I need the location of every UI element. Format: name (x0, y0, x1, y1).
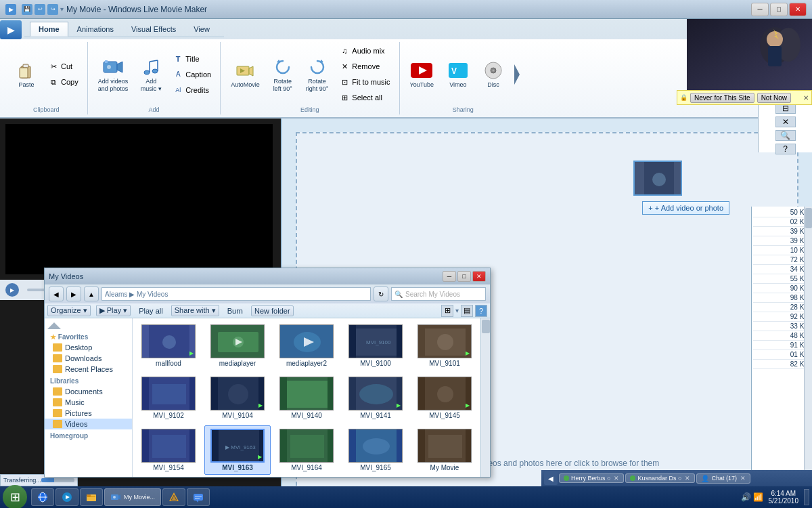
play-all-button[interactable]: Play all (136, 306, 165, 316)
search-panel-button[interactable]: 🔍 (775, 130, 796, 141)
close-panel-button[interactable]: ✕ (775, 117, 796, 127)
file-mvi9163[interactable]: ▶ MVI_9163 ▶ MVI_9163 (204, 425, 271, 475)
fb-close-button[interactable]: ✕ (472, 271, 486, 282)
copy-button[interactable]: ⧉ Copy (45, 75, 82, 89)
music-item[interactable]: Music (45, 397, 132, 408)
fb-scrollbar-thumb[interactable] (482, 320, 490, 333)
help-panel-button[interactable]: ? (775, 144, 796, 154)
taskbar-messenger[interactable] (187, 488, 210, 506)
chat-item-group[interactable]: 👤 Chat (17) ✕ (696, 473, 750, 484)
file-mvi9140[interactable]: MVI_9140 (273, 373, 340, 423)
chat-close-icon[interactable]: ✕ (740, 475, 746, 482)
add-videos-button[interactable]: Add videosand photos (93, 53, 133, 96)
share-with-button[interactable]: Share with ▾ (171, 305, 219, 316)
caption-button[interactable]: A Caption (169, 67, 215, 82)
tab-view[interactable]: View (185, 22, 219, 37)
tab-visual-effects[interactable]: Visual Effects (122, 22, 185, 37)
cut-button[interactable]: ✂ Cut (45, 59, 82, 74)
new-folder-button[interactable]: New folder (251, 305, 294, 316)
start-button[interactable]: ⊞ (3, 485, 27, 508)
network-icon[interactable]: 📶 (753, 492, 763, 502)
organize-button[interactable]: Organize ▾ (47, 305, 91, 316)
file-mvi9154[interactable]: MVI_9154 (135, 425, 202, 475)
file-mvi9101[interactable]: ▶ MVI_9101 (411, 321, 478, 371)
chat-expand-icon[interactable]: ◀ (544, 471, 558, 485)
paste-button[interactable]: Paste (11, 56, 42, 92)
taskbar-vlc[interactable] (162, 488, 185, 506)
downloads-item[interactable]: Downloads (45, 353, 132, 364)
desktop-item[interactable]: Desktop (45, 342, 132, 353)
fb-search-box[interactable]: 🔍 Search My Videos (391, 287, 486, 301)
disc-button[interactable]: Disc (478, 56, 509, 92)
fb-sidebar-scroll-up[interactable] (45, 321, 132, 331)
audio-mix-button[interactable]: ♫ Audio mix (336, 43, 393, 58)
vimeo-button[interactable]: V Vimeo (443, 56, 474, 92)
file-mediaplayer[interactable]: mediaplayer (204, 321, 271, 371)
recent-places-item[interactable]: Recent Places (45, 364, 132, 375)
redo-quick-icon[interactable]: ↪ (47, 4, 58, 15)
tab-animations[interactable]: Animations (68, 22, 122, 37)
help-fb-button[interactable]: ? (475, 305, 487, 317)
undo-quick-icon[interactable]: ↩ (35, 4, 45, 15)
right-panel-scrollbar[interactable] (804, 207, 812, 508)
file-mallfood[interactable]: ▶ mallfood (135, 321, 202, 371)
not-now-button[interactable]: Not Now (757, 93, 791, 103)
play-button-fb[interactable]: ▶ Play ▾ (96, 305, 131, 316)
file-mvi9100[interactable]: MVI_9100 MVI_9100 (342, 321, 409, 371)
save-quick-icon[interactable]: 💾 (22, 4, 32, 15)
fb-back-button[interactable]: ◀ (49, 287, 64, 301)
minimize-button[interactable]: ─ (751, 3, 769, 16)
fb-forward-button[interactable]: ▶ (66, 287, 81, 301)
fit-to-music-button[interactable]: ⊡ Fit to music (336, 75, 393, 89)
file-mvi9104[interactable]: ▶ MVI_9104 (204, 373, 271, 423)
chat-item-kusnandar[interactable]: Kusnandar Ds ○ ✕ (625, 473, 695, 483)
chat-item-herry[interactable]: Herry Bertus ○ ✕ (559, 473, 624, 483)
quick-access-arrow[interactable]: ▾ (60, 4, 64, 15)
select-all-button[interactable]: ⊞ Select all (336, 90, 393, 105)
fb-address-bar[interactable]: Aleams ▶ My Videos (102, 287, 371, 301)
file-mvi9145[interactable]: ▶ MVI_9145 (411, 373, 478, 423)
ribbon-orb[interactable]: ▶ (0, 20, 22, 39)
documents-item[interactable]: Documents (45, 386, 132, 397)
youtube-button[interactable]: YouTube (405, 56, 438, 92)
credits-button[interactable]: Al Credits (169, 83, 215, 98)
taskbar-wmp[interactable] (55, 488, 78, 506)
title-button[interactable]: T Title (169, 51, 215, 66)
rotate-right-button[interactable]: Rotateright 90° (301, 53, 334, 96)
restore-button[interactable]: □ (770, 3, 788, 16)
fb-minimize-button[interactable]: ─ (443, 271, 456, 282)
fb-scrollbar[interactable] (480, 318, 490, 477)
rotate-left-button[interactable]: Rotateleft 90° (267, 53, 298, 96)
file-mediaplayer2[interactable]: mediaplayer2 (273, 321, 340, 371)
videos-item[interactable]: Videos (45, 419, 132, 429)
volume-icon[interactable]: 🔊 (741, 492, 751, 502)
file-my-movie[interactable]: My Movie (411, 425, 478, 475)
remove-button[interactable]: ✕ Remove (336, 59, 393, 74)
details-pane-button[interactable]: ▤ (461, 305, 473, 317)
add-music-button[interactable]: Addmusic ▾ (135, 53, 166, 96)
pictures-item[interactable]: Pictures (45, 408, 132, 419)
burn-button[interactable]: Burn (225, 306, 246, 316)
file-mvi9164[interactable]: MVI_9164 (273, 425, 340, 475)
view-grid-button[interactable]: ⊞ (441, 305, 453, 317)
close-button[interactable]: ✕ (789, 3, 807, 16)
never-button[interactable]: Never for This Site (690, 93, 754, 103)
tray-clock[interactable]: 6:14 AM 5/21/2010 (769, 490, 799, 505)
file-mvi9165[interactable]: MVI_9165 (342, 425, 409, 475)
taskbar-explorer[interactable] (80, 488, 103, 506)
tab-home[interactable]: Home (30, 22, 68, 37)
view-dropdown-button[interactable]: ▾ (455, 307, 459, 314)
taskbar-ie[interactable] (31, 488, 54, 506)
file-mvi9102[interactable]: MVI_9102 (135, 373, 202, 423)
sharing-expand-button[interactable] (513, 58, 521, 91)
fb-restore-button[interactable]: □ (457, 271, 471, 282)
kusnandar-close-icon[interactable]: ✕ (685, 475, 690, 482)
auto-movie-button[interactable]: AutoMovie (226, 56, 265, 92)
taskbar-moviemaker[interactable]: My Movie... (104, 488, 161, 506)
herry-close-icon[interactable]: ✕ (614, 475, 619, 482)
fb-up-button[interactable]: ▲ (84, 287, 99, 301)
show-desktop-button[interactable] (804, 489, 809, 505)
add-video-button[interactable]: + + Add video or photo (642, 201, 729, 215)
fb-refresh-button[interactable]: ↻ (374, 287, 388, 301)
notif-close-button[interactable]: ✕ (803, 94, 809, 102)
